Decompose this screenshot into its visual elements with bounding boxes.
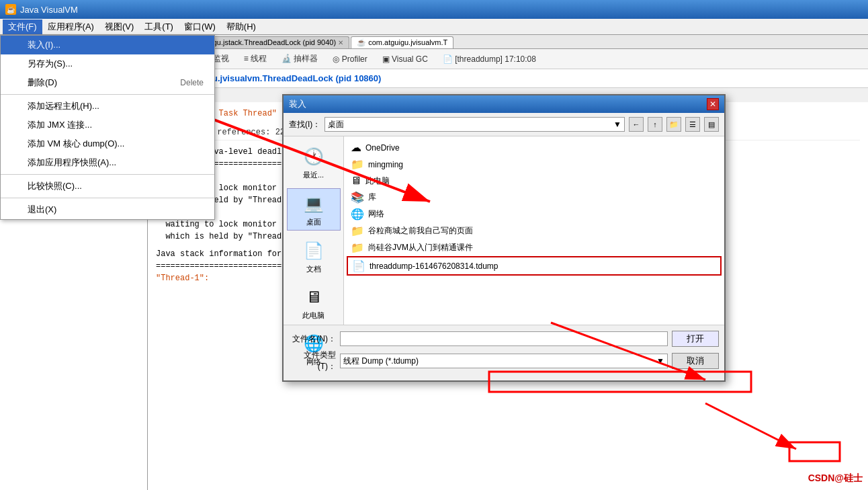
file-dialog-title-bar: 装入 ✕ xyxy=(284,95,724,113)
library-icon: 📚 xyxy=(351,191,364,204)
file-item-library[interactable]: 📚 库 xyxy=(347,189,722,206)
dropdown-item-add-jmx-label: 添加 JMX 连接... xyxy=(28,119,92,131)
nav-item-recent[interactable]: 🕐 最近... xyxy=(287,142,341,183)
dropdown-item-exit-label: 退出(X) xyxy=(28,204,56,216)
dropdown-item-delete[interactable]: 删除(D) Delete xyxy=(1,73,214,92)
file-item-gulimall[interactable]: 📁 谷粒商城之前我自己写的页面 xyxy=(347,222,722,239)
file-dialog: 装入 ✕ 查找(I)： 桌面 ▼ ← ↑ 📁 ☰ ▤ 🕐 最近... 💻 桌面 … xyxy=(282,94,726,382)
recent-icon: 🕐 xyxy=(302,145,326,169)
toolbar-up-btn[interactable]: ↑ xyxy=(648,117,662,132)
menu-tools[interactable]: 工具(T) xyxy=(139,19,179,34)
file-item-tdump[interactable]: 📄 threaddump-1614676208314.tdump xyxy=(347,256,722,276)
jvm-course-icon: 📁 xyxy=(351,241,364,254)
dropdown-item-import[interactable]: 装入(I)... xyxy=(1,36,214,54)
filename-row: 文件名(N)： 打开 xyxy=(289,331,719,347)
menu-window[interactable]: 窗口(W) xyxy=(179,19,221,34)
title-bar: ☕ Java VisualVM xyxy=(0,0,868,19)
inner-tab-profiler[interactable]: ◎ Profiler xyxy=(327,52,373,66)
desktop-icon: 💻 xyxy=(302,192,326,216)
onedrive-icon: ☁ xyxy=(351,141,361,154)
file-item-library-label: 库 xyxy=(368,192,376,203)
network-folder-icon: 🌐 xyxy=(351,208,364,220)
menu-view[interactable]: 视图(V) xyxy=(99,19,139,34)
file-item-gulimall-label: 谷粒商城之前我自己写的页面 xyxy=(368,225,473,237)
file-item-tdump-label: threaddump-1614676208314.tdump xyxy=(370,261,498,271)
app-title: Java VisualVM xyxy=(20,5,78,15)
toolbar-new-folder-btn[interactable]: 📁 xyxy=(666,117,681,132)
dropdown-item-exit[interactable]: 退出(X) xyxy=(1,200,214,219)
dropdown-item-add-remote[interactable]: 添加远程主机(H)... xyxy=(1,97,214,116)
inner-tabs: ▦ 概述 📊 监视 ≡ 线程 🔬 抽样器 ◎ Profiler ▣ Visual… xyxy=(148,49,868,69)
filetype-label: 文件类型(T)： xyxy=(289,350,336,372)
toolbar-details-btn[interactable]: ▤ xyxy=(704,117,719,132)
file-item-network[interactable]: 🌐 网络 xyxy=(347,206,722,222)
dropdown-separator-1 xyxy=(1,94,214,95)
menu-app[interactable]: 应用程序(A) xyxy=(42,19,99,34)
look-in-value: 桌面 xyxy=(328,119,344,130)
nav-item-documents[interactable]: 📄 文档 xyxy=(287,236,341,277)
dropdown-delete-shortcut: Delete xyxy=(180,78,204,87)
dropdown-item-add-vm-dump-label: 添加 VM 核心 dump(O)... xyxy=(28,138,124,150)
menu-help[interactable]: 帮助(H) xyxy=(221,19,261,34)
file-dialog-footer: 文件名(N)： 打开 文件类型(T)： 线程 Dump (*.tdump) ▼ … xyxy=(284,325,724,380)
nav-documents-label: 文档 xyxy=(306,264,321,274)
file-item-mingming[interactable]: 📁 mingming xyxy=(347,156,722,173)
file-dialog-body: 🕐 最近... 💻 桌面 📄 文档 🖥 此电脑 🌐 网络 xyxy=(284,136,724,325)
file-dialog-close-button[interactable]: ✕ xyxy=(707,98,719,110)
dropdown-item-add-remote-label: 添加远程主机(H)... xyxy=(28,100,99,112)
inner-tab-threaddump[interactable]: 📄 [threaddump] 17:10:08 xyxy=(437,52,542,66)
inner-tab-threads[interactable]: ≡ 线程 xyxy=(238,51,273,67)
file-item-network-label: 网络 xyxy=(368,208,384,220)
tab-2[interactable]: ☕ com.atguigu.jvisualvm.T xyxy=(351,36,453,48)
menu-bar: 文件(F) 应用程序(A) 视图(V) 工具(T) 窗口(W) 帮助(H) xyxy=(0,19,868,35)
tdump-icon: 📄 xyxy=(352,259,365,272)
this-pc-icon: 🖥 xyxy=(351,175,361,187)
filename-input[interactable] xyxy=(340,331,668,346)
file-item-mingming-label: mingming xyxy=(368,160,403,169)
nav-item-computer[interactable]: 🖥 此电脑 xyxy=(287,282,341,323)
computer-icon: 🖥 xyxy=(302,285,326,309)
watermark: CSDN@硅士 xyxy=(808,473,863,485)
nav-desktop-label: 桌面 xyxy=(306,217,321,227)
file-list: ☁ OneDrive 📁 mingming 🖥 此电脑 📚 库 🌐 网络 📁 xyxy=(344,136,724,325)
mingming-folder-icon: 📁 xyxy=(351,158,364,171)
file-dialog-toolbar: 查找(I)： 桌面 ▼ ← ↑ 📁 ☰ ▤ xyxy=(284,113,724,136)
process-header: ↻ com.atguigu.jvisualvm.ThreadDeadLock (… xyxy=(148,69,868,88)
file-item-jvm-course-label: 尚硅谷JVM从入门到精通课件 xyxy=(368,242,473,253)
file-item-onedrive[interactable]: ☁ OneDrive xyxy=(347,139,722,156)
dropdown-item-saveas-label: 另存为(S)... xyxy=(28,58,73,70)
filetype-combo[interactable]: 线程 Dump (*.tdump) ▼ xyxy=(340,354,668,368)
tab-bar: ..4) ☕ com.atguigu.jstack.ThreadDeadLock… xyxy=(148,35,868,49)
file-item-onedrive-label: OneDrive xyxy=(365,143,400,153)
file-nav-panel: 🕐 最近... 💻 桌面 📄 文档 🖥 此电脑 🌐 网络 xyxy=(284,136,344,325)
dropdown-item-compare[interactable]: 比较快照(C)... xyxy=(1,177,214,196)
dropdown-item-delete-label: 删除(D) xyxy=(28,77,57,89)
dropdown-item-compare-label: 比较快照(C)... xyxy=(28,180,82,192)
tab-1-close[interactable]: ✕ xyxy=(338,39,343,46)
app-icon: ☕ xyxy=(5,4,16,15)
dropdown-menu: 装入(I)... 另存为(S)... 删除(D) Delete 添加远程主机(H… xyxy=(0,35,215,220)
filetype-value: 线程 Dump (*.tdump) xyxy=(343,356,419,367)
filetype-row: 文件类型(T)： 线程 Dump (*.tdump) ▼ 取消 xyxy=(289,350,719,372)
cancel-button[interactable]: 取消 xyxy=(672,353,719,369)
dropdown-item-add-app-snapshot-label: 添加应用程序快照(A)... xyxy=(28,157,116,169)
dropdown-item-saveas[interactable]: 另存为(S)... xyxy=(1,54,214,73)
file-item-jvm-course[interactable]: 📁 尚硅谷JVM从入门到精通课件 xyxy=(347,239,722,256)
nav-item-desktop[interactable]: 💻 桌面 xyxy=(287,188,341,231)
filetype-dropdown-arrow: ▼ xyxy=(656,356,664,366)
toolbar-back-btn[interactable]: ← xyxy=(629,117,644,132)
open-button[interactable]: 打开 xyxy=(672,331,719,347)
dropdown-item-add-app-snapshot[interactable]: 添加应用程序快照(A)... xyxy=(1,153,214,172)
toolbar-list-btn[interactable]: ☰ xyxy=(685,117,700,132)
look-in-combo[interactable]: 桌面 ▼ xyxy=(324,117,625,132)
tab-2-label: ☕ com.atguigu.jvisualvm.T xyxy=(357,38,447,47)
nav-computer-label: 此电脑 xyxy=(302,311,324,321)
menu-file[interactable]: 文件(F) xyxy=(3,19,42,34)
documents-icon: 📄 xyxy=(302,239,326,263)
dropdown-item-import-label: 装入(I)... xyxy=(28,39,60,51)
dropdown-item-add-jmx[interactable]: 添加 JMX 连接... xyxy=(1,116,214,134)
dropdown-item-add-vm-dump[interactable]: 添加 VM 核心 dump(O)... xyxy=(1,134,214,153)
inner-tab-sampler[interactable]: 🔬 抽样器 xyxy=(275,51,324,67)
file-item-this-pc[interactable]: 🖥 此电脑 xyxy=(347,173,722,189)
inner-tab-visual-gc[interactable]: ▣ Visual GC xyxy=(376,52,434,66)
